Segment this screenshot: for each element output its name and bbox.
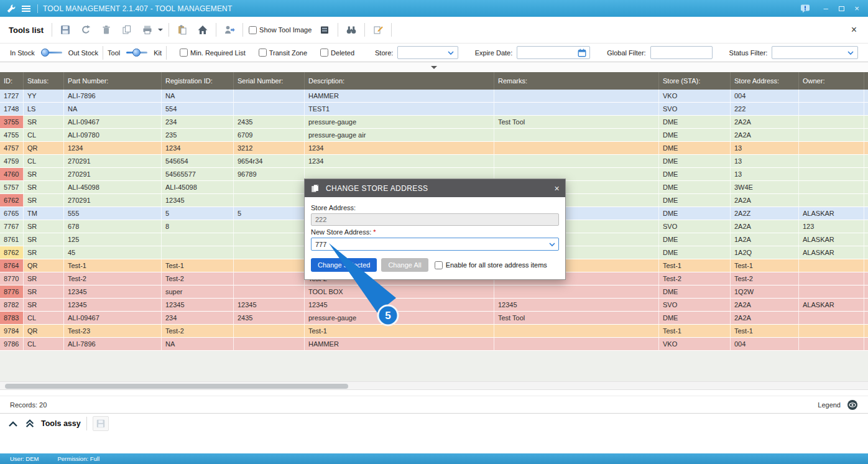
store-filter-select[interactable] xyxy=(397,46,458,59)
table-cell: 6765 xyxy=(0,207,24,220)
stock-toggle[interactable] xyxy=(41,49,62,57)
titlebar: TOOL MANAGEMENT 2.1.407 - TOOL MANAGEMEN… xyxy=(0,0,868,17)
save-icon[interactable] xyxy=(58,23,73,37)
min-required-checkbox[interactable] xyxy=(180,49,188,57)
h-scrollbar-thumb[interactable] xyxy=(5,384,348,389)
table-row[interactable]: 1748LSNA554TEST1SVO222 xyxy=(0,103,868,116)
table-cell xyxy=(799,155,864,168)
chevron-down-icon[interactable] xyxy=(549,242,555,247)
status-filter-select[interactable] xyxy=(772,46,858,59)
table-cell: TEST1 xyxy=(305,103,494,116)
binoculars-icon[interactable] xyxy=(344,23,359,37)
min-required-label: Min. Required List xyxy=(190,49,246,57)
calendar-icon[interactable] xyxy=(577,48,587,58)
table-cell: NA xyxy=(64,103,162,116)
column-header[interactable]: Serial Number: xyxy=(234,72,305,90)
filter-collapse-strip[interactable] xyxy=(0,62,868,72)
table-cell: 8782 xyxy=(0,299,24,312)
expire-date-field[interactable] xyxy=(517,46,590,59)
show-tool-image-checkbox[interactable] xyxy=(249,26,257,34)
table-row[interactable]: 4755CLALI-097802356709pressure-gauge air… xyxy=(0,129,868,142)
chevron-up-icon[interactable] xyxy=(7,419,19,429)
h-scrollbar[interactable] xyxy=(0,381,868,390)
column-header[interactable]: Part Number: xyxy=(64,72,162,90)
table-row[interactable]: 8776SR12345superTOOL BOXDME1Q2W xyxy=(0,285,868,299)
table-cell: DME xyxy=(659,312,731,325)
column-header[interactable]: Status: xyxy=(24,72,64,90)
table-row[interactable]: 9784QRTest-23Test-2Test-1Test-1Test-1 xyxy=(0,325,868,338)
table-row[interactable]: 9786CLALI-7896NAHAMMERVKO004 xyxy=(0,338,868,351)
table-row[interactable]: 4757QR1234123432121234DME13 xyxy=(0,142,868,155)
change-all-button[interactable]: Change All xyxy=(381,258,428,272)
table-row[interactable]: 1727YYALI-7896NAHAMMERVKO004 xyxy=(0,90,868,103)
table-cell xyxy=(864,338,868,351)
column-header[interactable]: Registration ID: xyxy=(162,72,234,90)
separator xyxy=(338,23,338,37)
table-cell: 2A2Z xyxy=(731,207,799,220)
expire-date-input[interactable] xyxy=(520,49,577,57)
user-transfer-icon[interactable] xyxy=(222,23,237,37)
table-cell: 7767 xyxy=(0,220,24,233)
double-chevron-up-icon[interactable] xyxy=(24,419,35,429)
table-cell: 1Q2W xyxy=(731,285,799,299)
window-close-button[interactable]: × xyxy=(853,4,861,13)
column-header[interactable]: Store Address: xyxy=(731,72,799,90)
table-cell xyxy=(234,285,305,299)
maximize-button[interactable] xyxy=(838,4,845,13)
column-header[interactable]: Store (STA): xyxy=(659,72,731,90)
menu-icon[interactable] xyxy=(20,3,32,14)
column-header[interactable]: ID: xyxy=(0,72,24,90)
status-strip: User: DEM Permission: Full xyxy=(0,453,868,464)
deleted-checkbox[interactable] xyxy=(320,49,328,57)
print-icon[interactable] xyxy=(140,23,155,37)
transit-zone-checkbox[interactable] xyxy=(259,49,267,57)
table-cell: SR xyxy=(24,181,64,194)
table-cell: SR xyxy=(24,246,64,259)
new-store-address-select[interactable] xyxy=(311,238,559,251)
table-cell: TOOL BOX xyxy=(305,285,494,299)
table-cell: ALI-45098 xyxy=(64,181,162,194)
table-cell xyxy=(162,233,234,246)
kit-label: Kit xyxy=(154,49,162,57)
dialog-close-button[interactable]: × xyxy=(554,183,560,193)
new-store-address-input[interactable] xyxy=(312,241,549,248)
table-cell: DME xyxy=(659,285,731,299)
global-filter-input[interactable] xyxy=(650,46,713,59)
storage-icon[interactable] xyxy=(317,23,332,37)
table-row[interactable]: 4759CL2702915456549654r341234DME13 xyxy=(0,155,868,168)
assy-save-button[interactable] xyxy=(93,416,109,431)
column-header[interactable]: Description: xyxy=(305,72,494,90)
table-row[interactable]: 8783CLALI-094672342435pressure-gaugeTest… xyxy=(0,312,868,325)
change-selected-button[interactable]: Change Selected xyxy=(311,258,377,272)
panel-close-button[interactable]: × xyxy=(851,24,859,35)
home-icon[interactable] xyxy=(195,23,210,37)
tool-kit-toggle[interactable] xyxy=(126,49,147,57)
refresh-icon[interactable] xyxy=(78,23,93,37)
table-row[interactable]: 3755SRALI-094672342435pressure-gaugeTest… xyxy=(0,116,868,129)
paste-icon[interactable] xyxy=(175,23,190,37)
separator xyxy=(166,46,167,60)
table-cell xyxy=(799,103,864,116)
delete-icon[interactable] xyxy=(99,23,114,37)
table-cell: 4759 xyxy=(0,155,24,168)
table-cell: QR xyxy=(24,142,64,155)
table-cell: LS xyxy=(24,103,64,116)
table-row[interactable]: 8782SR1234512345123451234512345SVO2A2AAL… xyxy=(0,299,868,312)
table-cell: Test-1 xyxy=(731,259,799,272)
copy-icon[interactable] xyxy=(119,23,134,37)
enable-all-checkbox[interactable] xyxy=(435,261,443,269)
notification-icon[interactable] xyxy=(799,3,811,14)
table-cell: DME xyxy=(659,194,731,207)
dialog-titlebar: CHANGE STORE ADDRESS × xyxy=(305,179,565,197)
table-cell: 6762 xyxy=(0,194,24,207)
minimize-button[interactable]: – xyxy=(822,4,829,13)
status-permission: Permission: Full xyxy=(57,455,99,462)
print-dropdown-icon[interactable] xyxy=(158,29,163,31)
legend-eye-icon[interactable] xyxy=(847,399,858,411)
separator xyxy=(103,46,103,60)
edit-icon[interactable] xyxy=(371,23,386,37)
column-header[interactable]: Remarks: xyxy=(494,72,659,90)
maximize-icon xyxy=(839,6,844,11)
column-header[interactable]: Owner: xyxy=(799,72,864,90)
table-cell: Test-1 xyxy=(659,259,731,272)
